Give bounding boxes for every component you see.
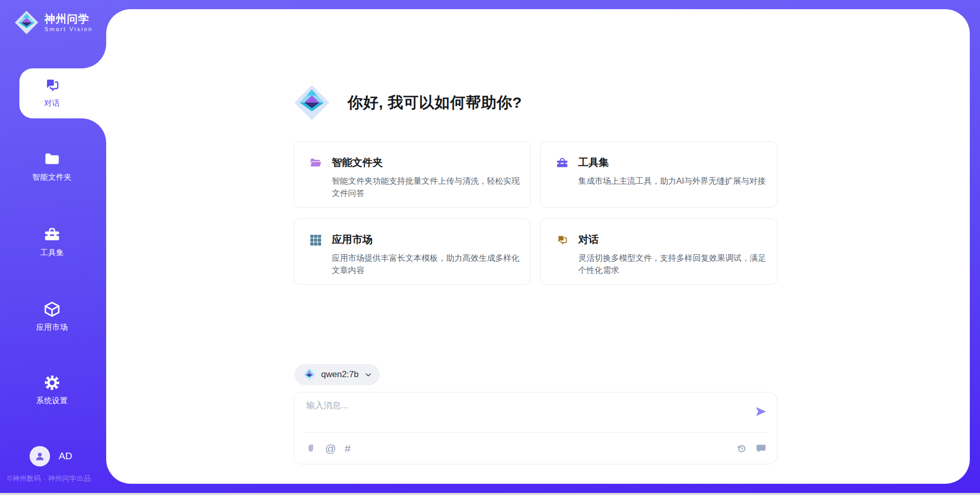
- toolbox-icon: [43, 226, 61, 243]
- mention-button[interactable]: @: [325, 443, 336, 454]
- brand-subtitle: Smart Vision: [44, 26, 93, 32]
- card-description: 灵活切换多模型文件，支持多样回复效果调试，满足个性化需求: [578, 252, 768, 277]
- user-initials: AD: [59, 451, 72, 462]
- sidebar-item-settings[interactable]: 系统设置: [0, 374, 104, 406]
- hash-icon: #: [345, 443, 351, 454]
- card-description: 集成市场上主流工具，助力AI与外界无缝扩展与对接: [578, 175, 768, 187]
- model-selector[interactable]: qwen2:7b: [295, 364, 380, 385]
- history-button[interactable]: [736, 443, 747, 454]
- attach-file-button[interactable]: [305, 443, 316, 454]
- sidebar-item-label: 对话: [44, 98, 60, 108]
- at-icon: @: [325, 443, 336, 454]
- chevron-down-icon: [364, 370, 373, 379]
- folder-open-icon: [309, 157, 322, 169]
- active-tab-notch-bottom: [82, 118, 106, 143]
- grid-icon: [309, 234, 322, 246]
- composer-input-row: [294, 392, 777, 432]
- comment-icon: [755, 443, 767, 454]
- feature-cards: 智能文件夹 智能文件夹功能支持批量文件上传与清洗，轻松实现文件问答 工具集 集成…: [293, 141, 777, 285]
- model-name: qwen2:7b: [321, 369, 359, 380]
- card-title: 应用市场: [332, 233, 522, 246]
- card-chat[interactable]: 对话 灵活切换多模型文件，支持多样回复效果调试，满足个性化需求: [540, 218, 777, 285]
- card-title: 工具集: [578, 156, 768, 169]
- gem-icon: [14, 10, 39, 35]
- active-tab-notch-top: [82, 44, 106, 68]
- sidebar-item-chat[interactable]: 对话: [0, 77, 104, 108]
- cube-icon: [43, 301, 61, 318]
- brand-name: 神州问学: [44, 13, 93, 25]
- brand-gem-icon: [293, 84, 330, 121]
- card-description: 智能文件夹功能支持批量文件上传与清洗，轻松实现文件问答: [332, 175, 522, 200]
- card-description: 应用市场提供丰富长文本模板，助力高效生成多样化文章内容: [332, 252, 522, 277]
- sidebar-item-label: 系统设置: [36, 396, 68, 406]
- sidebar-item-smart-folder[interactable]: 智能文件夹: [0, 151, 104, 182]
- paperclip-icon: [305, 443, 316, 454]
- greeting-title: 你好, 我可以如何帮助你?: [348, 92, 522, 113]
- toolbox-icon: [556, 157, 569, 169]
- sidebar-item-app-market[interactable]: 应用市场: [0, 301, 104, 332]
- composer-toolbar: @ #: [294, 433, 777, 464]
- hashtag-button[interactable]: #: [345, 443, 351, 454]
- sidebar-item-toolset[interactable]: 工具集: [0, 226, 104, 258]
- sidebar-item-label: 工具集: [40, 248, 64, 258]
- window-bottom-edge: [0, 493, 980, 495]
- chat-welcome-content: 你好, 我可以如何帮助你? 智能文件夹 智能文件夹功能支持批量文件上传与清洗，轻…: [293, 9, 777, 484]
- gem-icon: [303, 368, 316, 381]
- card-app-market[interactable]: 应用市场 应用市场提供丰富长文本模板，助力高效生成多样化文章内容: [293, 218, 531, 285]
- send-button[interactable]: [754, 405, 768, 418]
- message-input[interactable]: [306, 400, 754, 426]
- person-icon: [34, 450, 46, 462]
- history-icon: [736, 443, 747, 454]
- brand-logo: 神州问学 Smart Vision: [14, 10, 93, 35]
- gear-icon: [43, 374, 61, 391]
- new-conversation-button[interactable]: [755, 443, 767, 454]
- sidebar: 神州问学 Smart Vision 对话 智能文件夹 工具集 应用市场 系统设置…: [0, 0, 106, 495]
- card-title: 对话: [578, 233, 768, 246]
- message-composer: @ #: [293, 392, 777, 464]
- greeting-row: 你好, 我可以如何帮助你?: [293, 84, 522, 121]
- user-account[interactable]: AD: [30, 446, 72, 466]
- sidebar-item-label: 智能文件夹: [32, 172, 72, 182]
- card-smart-folder[interactable]: 智能文件夹 智能文件夹功能支持批量文件上传与清洗，轻松实现文件问答: [293, 141, 531, 208]
- card-title: 智能文件夹: [332, 156, 522, 169]
- composer-toolbar-right: [736, 443, 767, 454]
- chat-bubbles-icon: [43, 77, 61, 94]
- folder-icon: [43, 151, 61, 168]
- copyright-footer: ©神州数码 · 神州问学出品: [7, 474, 104, 483]
- main-panel: 你好, 我可以如何帮助你? 智能文件夹 智能文件夹功能支持批量文件上传与清洗，轻…: [106, 9, 970, 484]
- sidebar-item-label: 应用市场: [36, 323, 68, 332]
- card-toolset[interactable]: 工具集 集成市场上主流工具，助力AI与外界无缝扩展与对接: [540, 141, 777, 208]
- send-icon: [754, 405, 768, 418]
- avatar: [30, 446, 50, 466]
- chat-bubbles-icon: [556, 234, 569, 246]
